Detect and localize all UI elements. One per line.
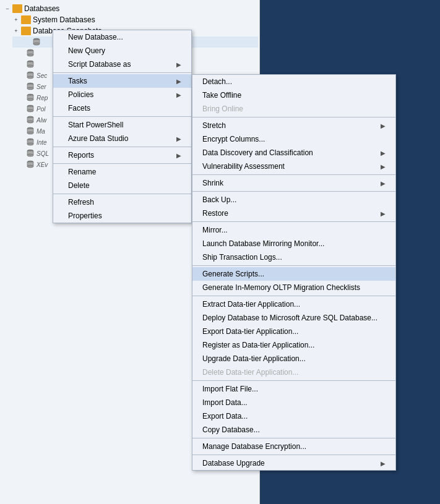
submenu-mirror-monitor[interactable]: Launch Database Mirroring Monitor...: [192, 237, 395, 250]
submenu-vulnerability[interactable]: Vulnerability Assessment ▶: [192, 160, 395, 173]
tree-label-alw: Alw: [37, 117, 46, 124]
separator-1: [53, 72, 191, 73]
tree-item-databases[interactable]: − Databases: [1, 3, 258, 14]
submenu-generate-scripts[interactable]: Generate Scripts...: [192, 267, 395, 281]
db-icon-sql: [26, 149, 35, 158]
separator-3: [53, 147, 191, 147]
folder-icon: [12, 4, 22, 13]
db-icon: [26, 82, 35, 91]
submenu-db-upgrade[interactable]: Database Upgrade ▶: [192, 456, 395, 470]
tasks-sep-5: [192, 265, 395, 266]
menu-item-azure-studio[interactable]: Azure Data Studio ▶: [53, 132, 191, 145]
db-icon: [26, 105, 35, 113]
tree-item-label: Databases: [24, 4, 59, 13]
folder-icon: [21, 15, 31, 24]
menu-item-refresh[interactable]: Refresh: [53, 195, 191, 209]
menu-item-new-query[interactable]: New Query: [53, 44, 191, 58]
submenu-encrypt-columns[interactable]: Encrypt Columns...: [192, 132, 395, 146]
submenu-delete-datatier[interactable]: Delete Data-tier Application...: [192, 365, 395, 379]
menu-item-facets[interactable]: Facets: [53, 101, 191, 115]
menu-item-reports[interactable]: Reports ▶: [53, 148, 191, 162]
db-icon: [26, 71, 35, 80]
tree-item-system-databases[interactable]: + System Databases: [1, 14, 258, 25]
tree-label-rep: Rep: [37, 95, 48, 101]
tree-label-sec: Sec: [37, 72, 47, 79]
tree-label-sql: SQL: [37, 150, 49, 157]
arrow-icon: ▶: [381, 210, 386, 217]
menu-item-powershell[interactable]: Start PowerShell: [53, 118, 191, 132]
svg-point-32: [27, 154, 33, 156]
svg-point-5: [27, 54, 33, 56]
menu-item-rename[interactable]: Rename: [53, 165, 191, 179]
menu-item-new-database[interactable]: New Database...: [53, 30, 191, 44]
tasks-sep-1: [192, 117, 395, 117]
db-icon-xev: [26, 160, 35, 169]
arrow-icon: ▶: [176, 61, 181, 68]
submenu-bring-online[interactable]: Bring Online: [192, 102, 395, 116]
submenu-ship-logs[interactable]: Ship Transaction Logs...: [192, 250, 395, 264]
tasks-sep-3: [192, 191, 395, 192]
submenu-import-data[interactable]: Import Data...: [192, 396, 395, 409]
submenu-stretch[interactable]: Stretch ▶: [192, 119, 395, 132]
db-icon: [26, 127, 35, 135]
arrow-icon: ▶: [381, 150, 386, 156]
menu-item-script-db[interactable]: Script Database as ▶: [53, 58, 191, 71]
arrow-icon: ▶: [176, 135, 181, 142]
tasks-sep-7: [192, 380, 395, 381]
separator-4: [53, 163, 191, 164]
svg-point-8: [27, 65, 33, 67]
submenu-take-offline[interactable]: Take Offline: [192, 88, 395, 102]
expand-icon: +: [12, 27, 20, 35]
submenu-shrink[interactable]: Shrink ▶: [192, 176, 395, 190]
submenu-import-flat[interactable]: Import Flat File...: [192, 382, 395, 396]
db-icon: [32, 38, 41, 46]
svg-point-14: [27, 87, 33, 90]
submenu-extract-datatier[interactable]: Extract Data-tier Application...: [192, 297, 395, 311]
tree-label-xev: XEv: [37, 161, 48, 168]
submenu-detach[interactable]: Detach...: [192, 75, 395, 88]
expand-icon: +: [12, 16, 20, 23]
svg-point-11: [27, 76, 33, 79]
tree-label-ma: Ma: [37, 128, 45, 135]
submenu-copy-db[interactable]: Copy Database...: [192, 423, 395, 437]
submenu-manage-encryption[interactable]: Manage Database Encryption...: [192, 440, 395, 453]
submenu-backup[interactable]: Back Up...: [192, 193, 395, 207]
svg-point-17: [27, 98, 33, 101]
svg-point-29: [27, 143, 33, 145]
submenu-restore[interactable]: Restore ▶: [192, 207, 395, 220]
tasks-sep-9: [192, 455, 395, 455]
svg-point-20: [27, 109, 33, 112]
submenu-deploy-azure[interactable]: Deploy Database to Microsoft Azure SQL D…: [192, 311, 395, 325]
tasks-sep-6: [192, 296, 395, 296]
arrow-icon: ▶: [176, 152, 181, 159]
context-menu: New Database... New Query Script Databas…: [53, 30, 192, 223]
tasks-sep-2: [192, 174, 395, 175]
separator-5: [53, 194, 191, 194]
svg-point-35: [27, 165, 33, 168]
submenu-register-datatier[interactable]: Register as Data-tier Application...: [192, 338, 395, 352]
submenu-export-data[interactable]: Export Data...: [192, 409, 395, 423]
db-icon: [26, 49, 35, 58]
arrow-icon: ▶: [176, 78, 181, 85]
submenu-export-datatier[interactable]: Export Data-tier Application...: [192, 325, 395, 338]
menu-item-properties[interactable]: Properties: [53, 209, 191, 223]
menu-item-tasks[interactable]: Tasks ▶: [53, 74, 191, 88]
tree-item-label: System Databases: [33, 15, 95, 24]
menu-item-policies[interactable]: Policies ▶: [53, 88, 191, 101]
tree-label-pol: Pol: [37, 106, 45, 113]
db-icon: [26, 93, 35, 102]
expand-icon: [24, 38, 31, 46]
tasks-sep-8: [192, 438, 395, 438]
svg-point-23: [27, 121, 33, 123]
tree-label-inte: Inte: [37, 139, 47, 146]
separator-2: [53, 116, 191, 117]
submenu-data-discovery[interactable]: Data Discovery and Classification ▶: [192, 146, 395, 160]
tasks-sep-4: [192, 221, 395, 222]
submenu-upgrade-datatier[interactable]: Upgrade Data-tier Application...: [192, 352, 395, 365]
submenu-mirror[interactable]: Mirror...: [192, 223, 395, 237]
db-icon: [26, 116, 35, 124]
expand-icon: −: [4, 5, 11, 12]
svg-point-2: [33, 43, 40, 45]
menu-item-delete[interactable]: Delete: [53, 179, 191, 192]
submenu-inmemory-oltp[interactable]: Generate In-Memory OLTP Migration Checkl…: [192, 281, 395, 294]
